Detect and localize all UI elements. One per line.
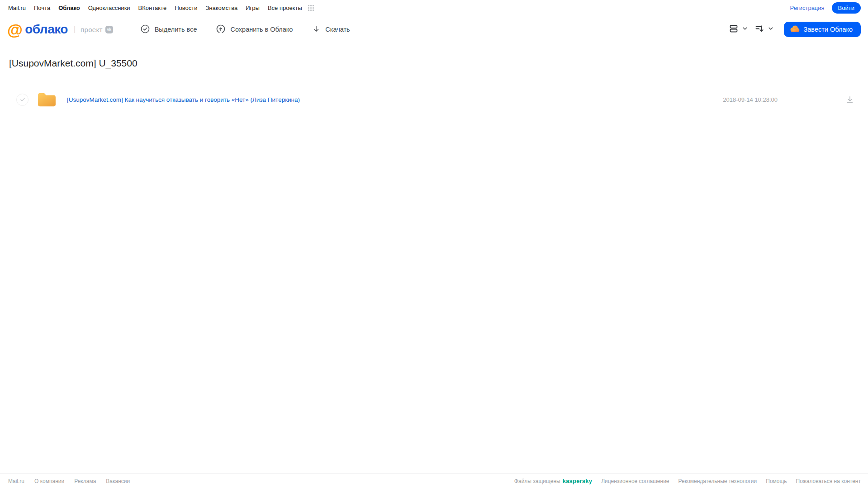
project-label: проект: [81, 26, 103, 33]
header: @ облако | проект vk Выделить все Сохран…: [0, 15, 868, 43]
get-cloud-label: Завести Облако: [804, 26, 853, 33]
file-toolbar: Выделить все Сохранить в Облако Скачать: [140, 24, 350, 35]
footer-link-ads[interactable]: Реклама: [74, 478, 96, 484]
portal-links: Mail.ru Почта Облако Одноклассники ВКонт…: [8, 5, 314, 11]
nav-item-novosti[interactable]: Новости: [175, 5, 197, 11]
nav-item-odnoklassniki[interactable]: Одноклассники: [88, 5, 130, 11]
footer-link-recommendations[interactable]: Рекомендательные технологии: [678, 478, 757, 484]
logo-divider: |: [74, 25, 76, 33]
file-row-meta: 2018-09-14 10:28:00: [723, 95, 854, 104]
nav-item-pochta[interactable]: Почта: [34, 5, 50, 11]
select-checkbox[interactable]: [16, 94, 28, 106]
main-content: [UsupovMarket.com] U_35500 [UsupovMarket…: [0, 58, 868, 109]
save-to-cloud-button[interactable]: Сохранить в Облако: [216, 24, 293, 35]
footer: Mail.ru О компании Реклама Вакансии Файл…: [0, 474, 868, 488]
logo-text: облако: [25, 22, 68, 37]
header-right-controls: Завести Облако: [728, 22, 861, 37]
footer-left-links: Mail.ru О компании Реклама Вакансии: [8, 478, 130, 484]
file-date: 2018-09-14 10:28:00: [723, 96, 778, 103]
nav-item-mailru[interactable]: Mail.ru: [8, 5, 26, 11]
footer-link-jobs[interactable]: Вакансии: [106, 478, 130, 484]
auth-area: Регистрация Войти: [790, 2, 861, 14]
page-title: [UsupovMarket.com] U_35500: [9, 58, 868, 69]
cloud-upload-icon: [216, 24, 226, 35]
download-icon: [312, 24, 321, 35]
footer-right-links: Файлы защищены kaspersky Лицензионное со…: [514, 478, 861, 484]
nav-item-vkontakte[interactable]: ВКонтакте: [138, 5, 167, 11]
footer-link-about[interactable]: О компании: [34, 478, 64, 484]
chevron-down-icon: [768, 25, 774, 33]
top-nav: Mail.ru Почта Облако Одноклассники ВКонт…: [0, 0, 868, 15]
select-all-button[interactable]: Выделить все: [140, 24, 197, 35]
file-link[interactable]: [UsupovMarket.com] Как научиться отказыв…: [67, 96, 300, 103]
sort-icon: [754, 23, 765, 36]
download-label: Скачать: [325, 26, 350, 33]
list-view-icon: [728, 23, 739, 36]
registration-link[interactable]: Регистрация: [790, 5, 825, 11]
protected-label: Файлы защищены: [514, 478, 560, 484]
view-mode-dropdown[interactable]: [728, 23, 748, 36]
kaspersky-logo[interactable]: kaspersky: [563, 478, 592, 484]
cloud-logo[interactable]: @ облако: [7, 22, 68, 38]
vk-badge-icon: vk: [105, 26, 113, 33]
nav-item-znakomstva[interactable]: Знакомства: [205, 5, 237, 11]
login-button[interactable]: Войти: [832, 2, 861, 14]
check-circle-icon: [140, 24, 150, 35]
kaspersky-protection: Файлы защищены kaspersky: [514, 478, 592, 484]
apps-grid-icon[interactable]: [308, 5, 314, 11]
chevron-down-icon: [742, 25, 748, 33]
save-to-cloud-label: Сохранить в Облако: [230, 26, 293, 33]
footer-link-report[interactable]: Пожаловаться на контент: [796, 478, 861, 484]
sort-dropdown[interactable]: [754, 23, 774, 36]
mailru-at-icon: @: [7, 22, 23, 38]
nav-item-all-projects[interactable]: Все проекты: [268, 5, 302, 11]
footer-link-license[interactable]: Лицензионное соглашение: [601, 478, 669, 484]
nav-item-igry[interactable]: Игры: [246, 5, 260, 11]
row-download-icon[interactable]: [845, 95, 854, 104]
nav-item-oblako[interactable]: Облако: [58, 5, 80, 11]
footer-link-help[interactable]: Помощь: [766, 478, 787, 484]
folder-icon[interactable]: [37, 91, 57, 108]
download-button[interactable]: Скачать: [312, 24, 350, 35]
select-all-label: Выделить все: [155, 26, 197, 33]
get-cloud-button[interactable]: Завести Облако: [784, 22, 861, 37]
file-row[interactable]: [UsupovMarket.com] Как научиться отказыв…: [0, 90, 868, 109]
footer-link-mailru[interactable]: Mail.ru: [8, 478, 24, 484]
cloud-icon: [790, 25, 800, 34]
